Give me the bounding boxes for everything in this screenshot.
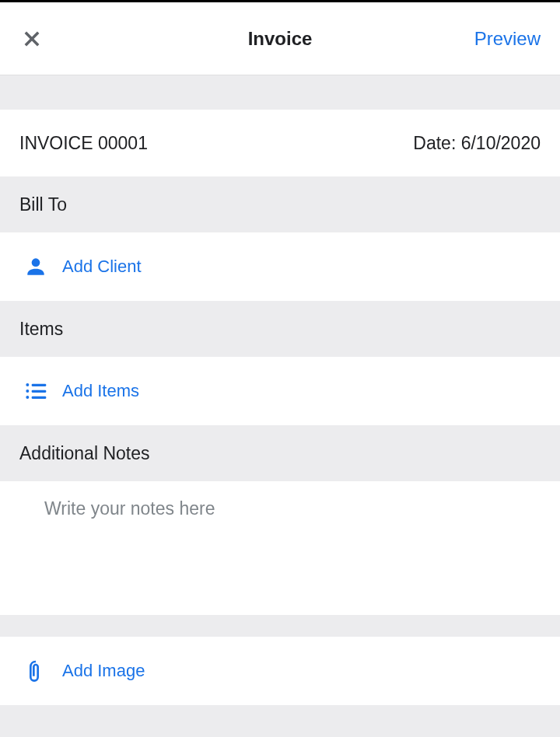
page-title: Invoice xyxy=(248,28,313,50)
notes-header: Additional Notes xyxy=(0,425,560,481)
header-bar: Invoice Preview xyxy=(0,2,560,75)
svg-rect-4 xyxy=(32,384,47,386)
invoice-number: INVOICE 00001 xyxy=(19,133,148,154)
person-icon xyxy=(22,253,50,281)
notes-area xyxy=(0,481,560,615)
close-icon[interactable] xyxy=(19,26,44,51)
add-image-button[interactable]: Add Image xyxy=(0,637,560,705)
add-image-label: Add Image xyxy=(62,661,145,681)
notes-label: Additional Notes xyxy=(19,443,150,464)
svg-point-7 xyxy=(26,396,29,399)
bill-to-header: Bill To xyxy=(0,176,560,232)
invoice-date: Date: 6/10/2020 xyxy=(413,133,541,154)
svg-point-3 xyxy=(26,383,29,386)
svg-rect-8 xyxy=(32,396,47,399)
list-icon xyxy=(22,377,50,405)
add-items-label: Add Items xyxy=(62,381,139,401)
invoice-info-row: INVOICE 00001 Date: 6/10/2020 xyxy=(0,110,560,176)
svg-point-5 xyxy=(26,389,29,393)
divider xyxy=(0,615,560,637)
svg-point-2 xyxy=(32,258,40,267)
add-client-label: Add Client xyxy=(62,257,142,277)
spacer xyxy=(0,75,560,110)
items-label: Items xyxy=(19,319,63,340)
paperclip-icon xyxy=(22,657,50,685)
bill-to-label: Bill To xyxy=(19,194,67,215)
preview-button[interactable]: Preview xyxy=(474,28,541,50)
add-client-button[interactable]: Add Client xyxy=(0,232,560,301)
items-header: Items xyxy=(0,301,560,357)
notes-input[interactable] xyxy=(19,498,541,615)
svg-rect-6 xyxy=(32,390,47,393)
bottom-spacer xyxy=(0,705,560,737)
add-items-button[interactable]: Add Items xyxy=(0,357,560,425)
